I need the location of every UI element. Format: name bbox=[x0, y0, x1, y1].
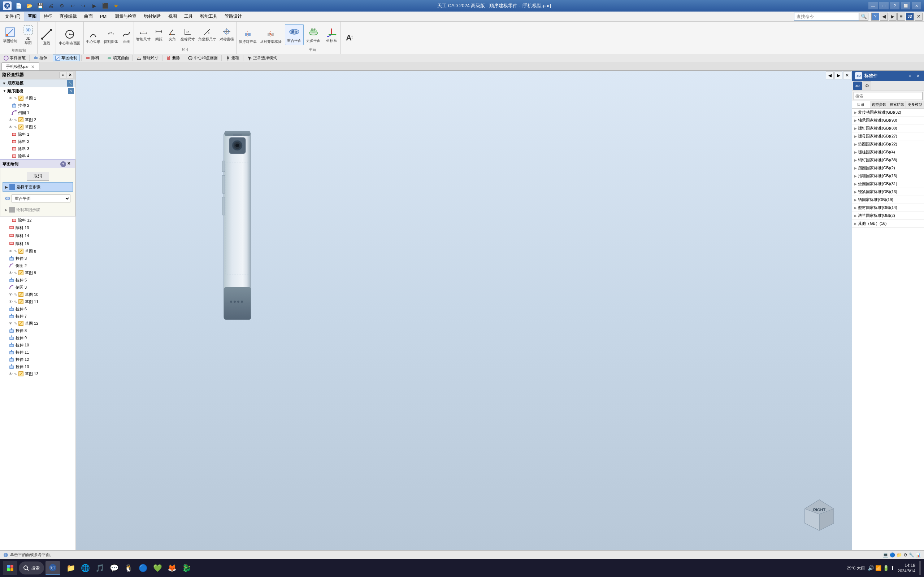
tree-item[interactable]: 倒圆 3 bbox=[7, 284, 76, 291]
undo-btn[interactable]: ↩ bbox=[69, 2, 76, 10]
qt-cut[interactable]: 除料 bbox=[83, 55, 102, 61]
qt-extrude[interactable]: 拉伸 bbox=[31, 55, 50, 61]
rp-tab-catalog[interactable]: 目录 bbox=[852, 101, 870, 108]
taskbar-app3[interactable]: 🐧 bbox=[122, 561, 135, 574]
menu-direct-edit[interactable]: 直接编辑 bbox=[56, 12, 81, 21]
rp-list-item[interactable]: ▶ 法兰国家标准(GB)(2) bbox=[852, 212, 924, 220]
sketch-draw-btn[interactable]: 草图绘制 bbox=[1, 24, 19, 45]
remove-align-btn[interactable]: 从对齐集移除 bbox=[258, 29, 283, 45]
rp-list-item[interactable]: ▶ 常传动国家标准(GB)(32) bbox=[852, 109, 924, 116]
rp-list-item[interactable]: ▶ 销钉国家标准(GB)(38) bbox=[852, 156, 924, 164]
qt-select-mode[interactable]: 正常选择模式 bbox=[245, 55, 279, 61]
tree-item[interactable]: 拉伸 5 bbox=[7, 276, 76, 284]
rp-tool-adjust[interactable]: ⚙ bbox=[863, 82, 871, 90]
mark-btn[interactable]: ★ bbox=[112, 2, 120, 10]
menu-pmi[interactable]: PMI bbox=[96, 13, 111, 21]
tree-item[interactable]: 拉伸 9 bbox=[7, 334, 76, 342]
redo-btn[interactable]: ↪ bbox=[79, 2, 87, 10]
rp-tool-3d[interactable]: 3D bbox=[853, 82, 862, 90]
tree-item[interactable]: 拉伸 13 bbox=[7, 363, 76, 370]
clock[interactable]: 14:18 2024/8/14 bbox=[898, 562, 915, 574]
vp-nav-right[interactable]: ▶ bbox=[834, 71, 842, 79]
tree-item[interactable]: 除料 3 bbox=[7, 145, 76, 152]
cut-arc-btn[interactable]: 切割圆弧 bbox=[102, 29, 120, 45]
qt-fill-surface[interactable]: 填充曲面 bbox=[105, 55, 131, 61]
tree-item[interactable]: 拉伸 11 bbox=[7, 348, 76, 356]
sketch-panel-help[interactable]: ? bbox=[60, 161, 66, 167]
rp-settings[interactable]: ≡ bbox=[897, 13, 905, 21]
tray-icon-vol[interactable]: 🔋 bbox=[883, 565, 889, 571]
taskbar-cad-app[interactable]: 天工 bbox=[45, 561, 60, 575]
taskbar-app1[interactable]: 🎵 bbox=[93, 561, 106, 574]
extra-btn[interactable]: ▶ bbox=[90, 2, 98, 10]
rp-close-btn2[interactable]: ✕ bbox=[914, 13, 922, 21]
rp-list-item[interactable]: ▶ 螺钉国家标准(GB)(80) bbox=[852, 124, 924, 132]
taskbar-search[interactable]: 搜索 bbox=[19, 561, 44, 574]
tree-item[interactable]: 除料 12 bbox=[7, 216, 76, 224]
rp-layout-btn[interactable]: ≡ bbox=[907, 73, 913, 79]
tree-item[interactable]: 👁 ✎ 草图 8 bbox=[7, 248, 76, 255]
curve-btn[interactable]: 曲线 bbox=[120, 29, 133, 45]
taskbar-app6[interactable]: 🦊 bbox=[165, 561, 178, 574]
tree-item[interactable]: 除料 2 bbox=[7, 138, 76, 145]
tree-item[interactable]: 除料 1 bbox=[7, 131, 76, 138]
tree-item[interactable]: 拉伸 2 bbox=[7, 102, 76, 109]
text-size-btn[interactable]: A t bbox=[342, 29, 358, 45]
rp-list-item[interactable]: ▶ 纳国家标准(GB)(19) bbox=[852, 196, 924, 204]
save-btn[interactable]: 💾 bbox=[36, 2, 44, 10]
maximize-btn[interactable]: □ bbox=[879, 2, 888, 10]
rp-list-item[interactable]: ▶ 螺母国家标准(GB)(27) bbox=[852, 132, 924, 140]
qt-smart-dim[interactable]: ⬦ 智能尺寸 bbox=[134, 55, 161, 61]
menu-file[interactable]: 文件 (F) bbox=[2, 12, 24, 21]
close-btn[interactable]: ✕ bbox=[912, 2, 921, 10]
print-btn[interactable]: 🖨 bbox=[47, 2, 55, 10]
help-btn[interactable]: ? bbox=[890, 2, 900, 10]
keep-align-btn[interactable]: 保持对齐集 bbox=[237, 29, 258, 45]
tray-icon-battery[interactable]: ⬆ bbox=[890, 565, 895, 571]
sketch-step2[interactable]: ▶ 绘制草图步骤 bbox=[3, 205, 73, 214]
qt-sketch[interactable]: 草图绘制 bbox=[53, 55, 80, 61]
coincide-plane-btn[interactable]: 重合 重合平面 bbox=[285, 24, 304, 45]
tree-item[interactable]: 拉伸 3 bbox=[7, 255, 76, 262]
qt-delete[interactable]: 删除 bbox=[164, 55, 183, 61]
rp-list-item[interactable]: ▶ 绕紧国家标准(GB)(13) bbox=[852, 188, 924, 196]
close-panel-btn[interactable]: ⬜ bbox=[901, 2, 910, 10]
qt-circle[interactable]: 中心和点画圆 bbox=[186, 55, 220, 61]
tab-phone-model[interactable]: 手机模型.par ✕ bbox=[2, 63, 39, 70]
tree-item[interactable]: 除料 14 bbox=[7, 232, 76, 240]
taskbar-app2[interactable]: 💬 bbox=[108, 561, 121, 574]
taskbar-app5[interactable]: 💚 bbox=[151, 561, 164, 574]
open-btn[interactable]: 📂 bbox=[25, 2, 33, 10]
tree-item[interactable]: 👁 ✎ 草图 1 bbox=[7, 95, 76, 102]
rp-search-input[interactable] bbox=[854, 92, 922, 100]
tree-item[interactable]: 倒圆 1 bbox=[7, 109, 76, 116]
rp-list-item[interactable]: ▶ 螺柱国家标准(GB)(4) bbox=[852, 148, 924, 156]
angle-btn[interactable]: 夹角 bbox=[166, 26, 179, 43]
angle-coord-btn[interactable]: θ 角坐标尺寸 bbox=[197, 26, 218, 43]
rp-tab-more[interactable]: 更多模型 bbox=[906, 101, 924, 108]
tree-item[interactable]: 除料 15 bbox=[7, 240, 76, 248]
rp-nav-right[interactable]: ▶ bbox=[888, 13, 897, 21]
seq-settings-btn[interactable]: 🔧 bbox=[67, 80, 73, 87]
plane-dropdown[interactable]: 重合平面 bbox=[11, 195, 70, 202]
tree-item[interactable]: 拉伸 7 bbox=[7, 313, 76, 320]
more-planes-btn[interactable]: 更多 更多平面 bbox=[304, 24, 323, 45]
tree-item[interactable]: 👁 ✎ 草图 13 bbox=[7, 370, 76, 377]
qt-options[interactable]: 选项 bbox=[223, 55, 242, 61]
rp-panel-btn[interactable]: 3D bbox=[906, 13, 914, 21]
new-btn[interactable]: 📄 bbox=[15, 2, 23, 10]
sketch-panel-close[interactable]: ✕ bbox=[67, 161, 73, 167]
menu-surface[interactable]: 曲面 bbox=[81, 12, 96, 21]
tree-item[interactable]: 拉伸 10 bbox=[7, 342, 76, 348]
tree-item[interactable]: 除料 4 bbox=[7, 152, 76, 160]
menu-tools[interactable]: 工具 bbox=[181, 12, 196, 21]
tab-close-btn[interactable]: ✕ bbox=[31, 64, 35, 69]
taskbar-file-mgr[interactable]: 📁 bbox=[64, 561, 77, 574]
coord-dim-btn[interactable]: XY 坐标尺寸 bbox=[179, 26, 196, 43]
rp-list-item[interactable]: ▶ 垫圈国家标准(GB)(22) bbox=[852, 140, 924, 148]
taskbar-app4[interactable]: 🔵 bbox=[136, 561, 150, 574]
smart-dim-btn[interactable]: ⬦ 智能尺寸 bbox=[135, 26, 152, 43]
settings-btn[interactable]: ⚙ bbox=[58, 2, 66, 10]
rp-list-item[interactable]: ▶ 型材国家标准(GB)(14) bbox=[852, 204, 924, 212]
circle-btn[interactable]: 中心和点画圆 bbox=[57, 27, 83, 48]
